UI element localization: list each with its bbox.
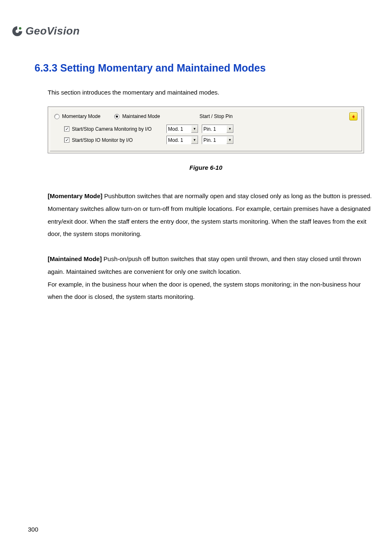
figure-caption: Figure 6-10 [48, 164, 364, 171]
select-value: Mod. 1 [168, 126, 191, 132]
maintained-paragraph: [Maintained Mode] Push-on/push off butto… [48, 253, 372, 303]
intro-text: This section introduces the momentary an… [48, 89, 364, 96]
io-pin-select[interactable]: Pin. 1 ▼ [202, 136, 234, 144]
momentary-mode-radio[interactable]: Momentary Mode [54, 113, 100, 119]
radio-label: Maintained Mode [122, 113, 160, 119]
maintained-mode-radio[interactable]: Maintained Mode [114, 113, 160, 119]
page-number: 300 [28, 526, 38, 533]
svg-point-0 [19, 27, 21, 30]
startstop-pin-label: Start / Stop Pin [199, 113, 233, 119]
momentary-bold: [Momentary Mode] [48, 192, 102, 199]
radio-icon [114, 114, 120, 119]
dropdown-arrow-icon: ▼ [191, 125, 198, 133]
section-heading: 6.3.3 Setting Momentary and Maintained M… [35, 62, 364, 74]
camera-pin-select[interactable]: Pin. 1 ▼ [202, 125, 234, 133]
checkbox-label: Start/Stop Camera Monitoring by I/O [72, 126, 166, 132]
checkbox-label: Start/Stop IO Monitor by I/O [72, 137, 166, 143]
camera-mod-select[interactable]: Mod. 1 ▼ [166, 125, 198, 133]
camera-monitoring-checkbox[interactable]: ✓ [64, 126, 69, 132]
dropdown-arrow-icon: ▼ [226, 136, 233, 144]
dialog-panel: Momentary Mode Maintained Mode Start / S… [48, 106, 364, 153]
maintained-bold: [Maintained Mode] [48, 255, 102, 262]
io-mod-select[interactable]: Mod. 1 ▼ [166, 136, 198, 144]
io-monitor-checkbox[interactable]: ✓ [64, 137, 69, 143]
select-value: Mod. 1 [168, 137, 191, 143]
maintained-text-2: For example, in the business hour when t… [48, 281, 361, 301]
right-arrow-button[interactable]: ➧ [349, 112, 357, 120]
logo-mark-icon [12, 25, 23, 37]
radio-label: Momentary Mode [62, 113, 100, 119]
logo-text: GeoVision [25, 25, 80, 37]
select-value: Pin. 1 [203, 137, 226, 143]
radio-icon [54, 114, 60, 119]
dropdown-arrow-icon: ▼ [226, 125, 233, 133]
brand-logo: GeoVision [12, 25, 364, 37]
dropdown-arrow-icon: ▼ [191, 136, 198, 144]
momentary-paragraph: [Momentary Mode] Pushbutton switches tha… [48, 190, 372, 240]
select-value: Pin. 1 [203, 126, 226, 132]
right-arrow-icon: ➧ [351, 113, 356, 120]
